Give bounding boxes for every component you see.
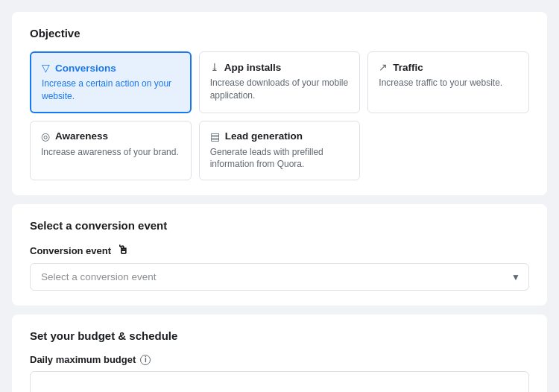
lead_generation-icon: ▤ (210, 130, 220, 142)
awareness-description: Increase awareness of your brand. (41, 146, 180, 159)
awareness-title: Awareness (55, 130, 108, 142)
conversion-event-label: Conversion event 🖱 (30, 244, 529, 257)
app_installs-title: App installs (224, 62, 282, 73)
traffic-title: Traffic (393, 62, 423, 73)
awareness-icon: ◎ (41, 130, 50, 142)
app_installs-description: Increase downloads of your mobile applic… (210, 77, 350, 102)
app_installs-icon: ⤓ (210, 61, 219, 73)
objective-grid: ▽ConversionsIncrease a certain action on… (30, 51, 529, 180)
cursor-icon: 🖱 (117, 244, 129, 257)
objective-card-conversions[interactable]: ▽ConversionsIncrease a certain action on… (30, 51, 192, 113)
objective-title: Objective (30, 27, 529, 39)
conversion-event-select-wrapper: Select a conversion event ▼ (30, 263, 529, 291)
conversions-description: Increase a certain action on your websit… (42, 78, 180, 103)
conversion-section-title: Select a conversion event (30, 219, 529, 232)
traffic-icon: ↗ (379, 61, 388, 73)
objective-card-app_installs[interactable]: ⤓App installsIncrease downloads of your … (199, 51, 361, 113)
budget-section: Set your budget & schedule Daily maximum… (12, 314, 547, 392)
conversions-title: Conversions (55, 63, 116, 74)
conversion-event-section: Select a conversion event Conversion eve… (12, 204, 547, 306)
info-icon[interactable]: i (140, 355, 151, 365)
daily-budget-input[interactable] (30, 371, 529, 392)
objective-card-lead_generation[interactable]: ▤Lead generationGenerate leads with pref… (199, 121, 361, 181)
objective-section: Objective ▽ConversionsIncrease a certain… (12, 12, 547, 195)
daily-budget-label: Daily maximum budget i (30, 354, 529, 365)
objective-card-awareness[interactable]: ◎AwarenessIncrease awareness of your bra… (30, 121, 192, 181)
conversions-icon: ▽ (42, 62, 50, 74)
traffic-description: Increase traffic to your website. (379, 77, 518, 89)
budget-section-title: Set your budget & schedule (30, 329, 529, 342)
lead_generation-description: Generate leads with prefilled informatio… (210, 146, 350, 171)
objective-card-traffic[interactable]: ↗TrafficIncrease traffic to your website… (367, 51, 529, 113)
conversion-event-select[interactable]: Select a conversion event (30, 263, 529, 291)
lead_generation-title: Lead generation (225, 130, 303, 142)
